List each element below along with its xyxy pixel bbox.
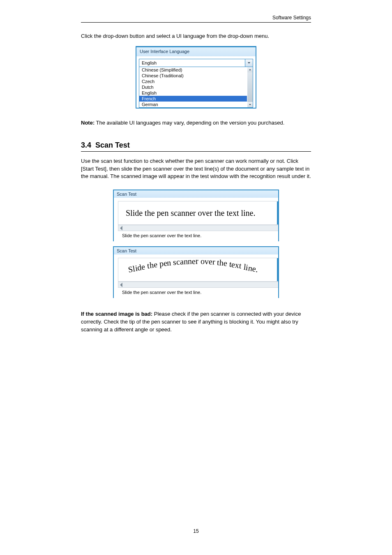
ui-language-panel: User Interface Language English Chinese …	[136, 46, 256, 109]
chevron-left-icon	[118, 282, 124, 288]
para-bad-scan: If the scanned image is bad: Please chec…	[81, 310, 311, 334]
scan-test-hscrollbar[interactable]	[118, 282, 278, 288]
ui-language-option[interactable]: Dutch	[139, 84, 247, 90]
note-lead: Note:	[81, 120, 95, 126]
ui-language-panel-title: User Interface Language	[136, 47, 256, 56]
chevron-down-icon	[249, 103, 251, 106]
ui-language-option[interactable]: Czech	[139, 79, 247, 84]
dropdown-button[interactable]	[245, 59, 253, 67]
scan-test-title: Scan Test	[114, 190, 278, 198]
scan-test-image-curved: Slide the pen scanner over the text line…	[118, 258, 278, 282]
ui-language-combobox[interactable]: English	[139, 59, 253, 67]
ui-language-option[interactable]: English	[139, 90, 247, 96]
scroll-left-button[interactable]	[118, 282, 124, 287]
ui-language-option-highlighted[interactable]: French	[139, 96, 247, 102]
ui-language-list[interactable]: Chinese (Simplified) Chinese (Traditiona…	[139, 67, 253, 108]
ui-language-list-scrollbar[interactable]	[247, 67, 253, 107]
scan-test-result: Slide the pen scanner over the text line…	[114, 231, 278, 241]
panel-right-edge	[277, 258, 278, 281]
para-ui-language: Click the drop-down button and select a …	[81, 32, 311, 40]
running-head: Software Settings	[81, 15, 311, 21]
section-rule	[81, 151, 311, 152]
chevron-down-icon	[247, 61, 251, 65]
scan-test-image-text: Slide the pen scanner over the text line…	[126, 208, 255, 218]
scan-test-result: Slide the pen scanner over the text line…	[114, 288, 278, 298]
scroll-down-button[interactable]	[247, 102, 253, 107]
scroll-left-button[interactable]	[118, 226, 124, 230]
ui-language-option[interactable]: Chinese (Traditional)	[139, 73, 247, 79]
section-title: Scan Test	[95, 141, 130, 150]
para-note: Note: The available UI languages may var…	[81, 119, 311, 127]
scan-test-panel-good: Scan Test Slide the pen scanner over the…	[113, 190, 279, 241]
page-number: 15	[0, 528, 392, 534]
running-head-rule	[81, 22, 311, 23]
ui-language-selected: English	[139, 60, 245, 65]
scan-test-title: Scan Test	[114, 247, 278, 254]
bad-scan-lead: If the scanned image is bad:	[81, 311, 152, 317]
chevron-up-icon	[249, 68, 251, 71]
scan-test-panel-bad: Scan Test Slide the pen scanner over the…	[113, 246, 279, 298]
section-heading: 3.4 Scan Test	[81, 141, 311, 150]
scan-test-hscrollbar[interactable]	[118, 225, 278, 231]
note-body: The available UI languages may vary, dep…	[96, 120, 285, 126]
scroll-up-button[interactable]	[247, 67, 253, 72]
scan-test-image-text-curved: Slide the pen scanner over the text line…	[128, 260, 258, 269]
para-scan-intro: Use the scan test function to check whet…	[81, 157, 311, 181]
ui-language-option[interactable]: German	[139, 102, 247, 107]
panel-right-edge	[277, 201, 278, 224]
ui-language-option[interactable]: Chinese (Simplified)	[139, 67, 247, 73]
chevron-left-icon	[118, 225, 124, 231]
scan-test-image: Slide the pen scanner over the text line…	[118, 201, 278, 225]
scroll-thumb[interactable]	[247, 72, 253, 102]
section-number: 3.4	[81, 141, 91, 150]
